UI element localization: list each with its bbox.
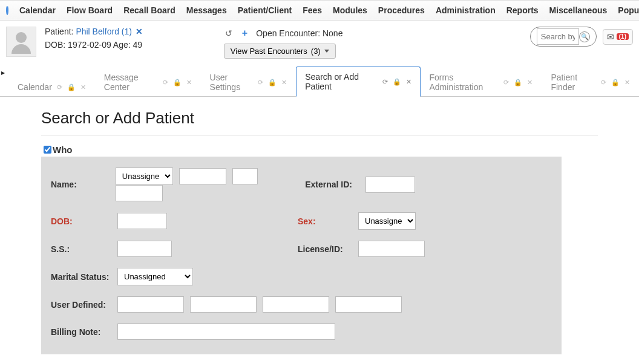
userdef4-input[interactable]: [335, 296, 402, 313]
who-panel: Name: Unassigned External ID: DOB: Sex: …: [41, 157, 562, 354]
marital-label: Marital Status:: [51, 272, 117, 282]
avatar: [6, 27, 36, 57]
lock-icon[interactable]: 🔒: [67, 83, 76, 91]
refresh-icon[interactable]: ⟳: [382, 78, 388, 86]
dob-input[interactable]: [117, 213, 167, 229]
patient-name-link[interactable]: Phil Belford (1): [76, 27, 132, 36]
tab-label: User Settings: [210, 73, 254, 92]
refresh-icon[interactable]: ⟳: [503, 79, 509, 86]
messages-badge: (1): [617, 33, 629, 40]
lock-icon[interactable]: 🔒: [611, 79, 620, 86]
dob-label: DOB:: [51, 216, 117, 226]
who-checkbox[interactable]: [44, 146, 51, 154]
userdef3-input[interactable]: [263, 296, 329, 313]
header-right: 🔍 ✉ (1): [530, 27, 633, 47]
billing-note-label: Billing Note:: [51, 327, 117, 337]
nav-flow-board[interactable]: Flow Board: [67, 5, 113, 15]
encounter-block: ↺ + Open Encounter: None View Past Encou…: [224, 27, 343, 59]
tab-label: Forms Administration: [430, 73, 499, 92]
view-past-count: (3): [311, 47, 321, 56]
refresh-icon[interactable]: ⟳: [163, 79, 168, 86]
patient-dob-line: DOB: 1972-02-09 Age: 49: [45, 40, 143, 50]
lock-icon[interactable]: 🔒: [393, 78, 401, 86]
close-icon[interactable]: ✕: [406, 78, 411, 86]
tab-label: Calendar: [18, 82, 52, 92]
ss-input[interactable]: [117, 241, 172, 257]
ss-label: S.S.:: [51, 244, 117, 254]
refresh-icon[interactable]: ⟳: [57, 83, 62, 91]
license-input[interactable]: [358, 241, 425, 257]
messages-button[interactable]: ✉ (1): [603, 29, 633, 45]
sex-label: Sex:: [298, 216, 358, 226]
close-icon[interactable]: ✕: [527, 79, 532, 86]
nav-fees[interactable]: Fees: [303, 5, 322, 15]
page-title: Search or Add Patient: [41, 109, 598, 128]
global-search-input[interactable]: [537, 28, 579, 45]
view-past-encounters-button[interactable]: View Past Encounters (3): [224, 44, 336, 59]
userdef1-input[interactable]: [117, 296, 184, 313]
section-who-header[interactable]: Who: [41, 144, 598, 155]
external-id-label: External ID:: [305, 180, 365, 189]
chevron-down-icon: [324, 50, 329, 53]
userdef-label: User Defined:: [51, 300, 117, 310]
middle-name-input[interactable]: [232, 168, 258, 184]
nav-procedures[interactable]: Procedures: [378, 5, 425, 15]
marital-select[interactable]: Unassigned: [117, 268, 193, 285]
close-icon[interactable]: ✕: [624, 79, 630, 86]
billing-note-input[interactable]: [117, 323, 335, 340]
nav-popups[interactable]: Popups: [618, 5, 639, 15]
tab-forms-administration[interactable]: Forms Administration ⟳ 🔒 ✕: [421, 67, 542, 97]
tab-search-add-patient[interactable]: Search or Add Patient ⟳ 🔒 ✕: [296, 67, 420, 97]
patient-bar: Patient: Phil Belford (1) ✕ DOB: 1972-02…: [0, 21, 639, 62]
nav-calendar[interactable]: Calendar: [19, 5, 56, 15]
tab-calendar[interactable]: Calendar ⟳ 🔒 ✕: [8, 77, 95, 97]
external-id-input[interactable]: [365, 177, 415, 193]
tab-message-center[interactable]: Message Center ⟳ 🔒 ✕: [95, 67, 201, 97]
tab-label: Patient Finder: [551, 73, 596, 92]
nav-reports[interactable]: Reports: [506, 5, 539, 15]
nav-patient-client[interactable]: Patient/Client: [238, 5, 292, 15]
refresh-icon[interactable]: ⟳: [258, 79, 263, 86]
envelope-icon: ✉: [607, 32, 614, 42]
history-icon[interactable]: ↺: [224, 27, 234, 39]
tab-label: Message Center: [104, 73, 158, 92]
top-nav: Calendar Flow Board Recall Board Message…: [0, 0, 639, 21]
nav-modules[interactable]: Modules: [333, 5, 367, 15]
last-name-input[interactable]: [116, 185, 163, 201]
nav-messages[interactable]: Messages: [186, 5, 227, 15]
app-logo-icon: [6, 5, 8, 15]
license-label: License/ID:: [298, 244, 358, 254]
tab-patient-finder[interactable]: Patient Finder ⟳ 🔒 ✕: [542, 67, 639, 97]
nav-administration[interactable]: Administration: [436, 5, 496, 15]
lock-icon[interactable]: 🔒: [514, 79, 522, 86]
view-past-label: View Past Encounters: [231, 47, 307, 56]
close-icon[interactable]: ✕: [80, 83, 86, 91]
nav-recall-board[interactable]: Recall Board: [123, 5, 175, 15]
close-icon[interactable]: ✕: [186, 79, 192, 86]
name-prefix-select[interactable]: Unassigned: [116, 167, 173, 185]
add-encounter-icon[interactable]: +: [241, 27, 249, 40]
lock-icon[interactable]: 🔒: [173, 79, 182, 86]
tab-label: Search or Add Patient: [305, 72, 377, 91]
refresh-icon[interactable]: ⟳: [601, 79, 606, 86]
divider: [41, 135, 598, 135]
who-label: Who: [53, 145, 72, 155]
sex-select[interactable]: Unassigned: [358, 212, 416, 230]
search-icon[interactable]: 🔍: [579, 31, 590, 42]
userdef2-input[interactable]: [190, 296, 257, 313]
patient-label: Patient:: [45, 27, 73, 36]
tab-user-settings[interactable]: User Settings ⟳ 🔒 ✕: [201, 67, 297, 97]
open-tabs: Calendar ⟳ 🔒 ✕ Message Center ⟳ 🔒 ✕ User…: [0, 66, 639, 97]
open-encounter-value: None: [323, 28, 342, 38]
patient-info: Patient: Phil Belford (1) ✕ DOB: 1972-02…: [45, 27, 143, 50]
open-encounter-label: Open Encounter:: [256, 28, 320, 38]
name-label: Name:: [51, 180, 116, 189]
lock-icon[interactable]: 🔒: [268, 79, 277, 86]
close-icon[interactable]: ✕: [281, 79, 287, 86]
global-search[interactable]: 🔍: [530, 27, 597, 47]
page-body: Search or Add Patient Who Name: Unassign…: [0, 97, 639, 364]
first-name-input[interactable]: [179, 168, 226, 184]
close-patient-icon[interactable]: ✕: [136, 27, 143, 36]
nav-miscellaneous[interactable]: Miscellaneous: [549, 5, 608, 15]
